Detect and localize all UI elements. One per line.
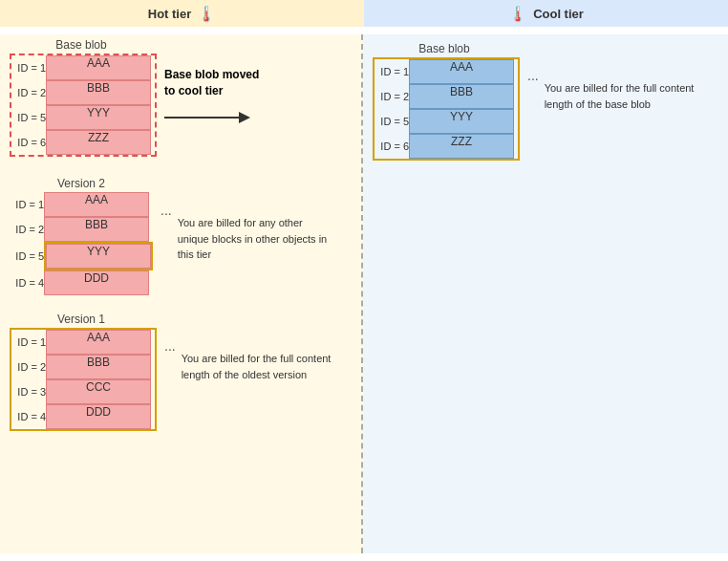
table-row: ID = 5 YYY: [375, 109, 518, 134]
version2-title: Version 2: [10, 177, 153, 190]
cool-tier-panel: Base blob ID = 1 AAA ID = 2 BBB: [363, 34, 728, 553]
svg-marker-1: [239, 112, 250, 123]
dots-v1: ···: [164, 341, 176, 356]
hot-tier-panel: Base blob ID = 1 AAA ID = 2 BBB: [0, 34, 363, 553]
move-arrow-section: Base blob moved to cool tier: [164, 38, 259, 131]
move-label: Base blob moved to cool tier: [164, 67, 259, 99]
hot-tier-label: Hot tier: [148, 7, 192, 21]
table-row: ID = 1 AAA: [11, 55, 155, 80]
cool-billing-text: You are billed for the full content leng…: [545, 71, 697, 112]
version1-blob: Version 1 ID = 1 AAA ID = 2 BBB: [10, 313, 157, 434]
cool-base-blob-title: Base blob: [373, 42, 516, 55]
cool-tier-label: Cool tier: [533, 7, 584, 21]
version1-billing-text: You are billed for the full content leng…: [182, 341, 334, 382]
hot-tier-header: Hot tier 🌡️: [0, 0, 364, 27]
dots-cool: ···: [527, 71, 539, 86]
cool-tier-header: 🌡️ Cool tier: [364, 0, 728, 27]
version2-billing-text: You are billed for any other unique bloc…: [178, 205, 331, 263]
table-row: ID = 1 AAA: [11, 330, 155, 355]
version1-section: Version 1 ID = 1 AAA ID = 2 BBB: [10, 313, 352, 434]
thermometer-icon: 🌡️: [508, 5, 527, 23]
hot-base-blob-section: Base blob ID = 1 AAA ID = 2 BBB: [10, 38, 352, 160]
arrow-right: [164, 107, 250, 131]
version1-title: Version 1: [10, 313, 153, 326]
hot-icon: 🌡️: [197, 5, 216, 23]
header-bar: Hot tier 🌡️ 🌡️ Cool tier: [0, 0, 728, 27]
table-row: ID = 6 ZZZ: [375, 134, 518, 159]
version2-blob: Version 2 ID = 1 AAA ID = 2 BBB ID = 5: [10, 177, 153, 295]
table-row: ID = 2 BBB: [375, 84, 518, 109]
hot-base-blob: Base blob ID = 1 AAA ID = 2 BBB: [10, 38, 157, 160]
table-row: ID = 4 DDD: [10, 270, 153, 295]
version2-section: Version 2 ID = 1 AAA ID = 2 BBB ID = 5: [10, 177, 352, 295]
table-row: ID = 6 ZZZ: [11, 130, 155, 155]
table-row: ID = 5 YYY: [11, 105, 155, 130]
table-row: ID = 2 BBB: [10, 217, 153, 242]
table-row: ID = 5 YYY: [10, 242, 153, 270]
hot-base-blob-border: ID = 1 AAA ID = 2 BBB ID = 5 YYY: [10, 54, 157, 157]
hot-base-blob-title: Base blob: [10, 38, 153, 52]
table-row: ID = 2 BBB: [11, 355, 155, 379]
cool-base-section: Base blob ID = 1 AAA ID = 2 BBB: [373, 38, 718, 163]
dots-v2: ···: [161, 205, 172, 221]
cool-base-blob: Base blob ID = 1 AAA ID = 2 BBB: [373, 42, 520, 163]
cool-base-blob-border: ID = 1 AAA ID = 2 BBB ID = 5 YYY: [373, 57, 520, 161]
table-row: ID = 4 DDD: [11, 404, 155, 429]
cool-billing-note: ··· You are billed for the full content …: [527, 42, 697, 112]
version1-billing-note: ··· You are billed for the full content …: [164, 313, 334, 382]
table-row: ID = 1 AAA: [375, 59, 518, 84]
table-row: ID = 1 AAA: [10, 192, 153, 217]
table-row: ID = 2 BBB: [11, 80, 155, 105]
table-row: ID = 3 CCC: [11, 379, 155, 404]
version2-billing-note: ··· You are billed for any other unique …: [161, 177, 331, 263]
version1-border: ID = 1 AAA ID = 2 BBB ID = 3 CCC: [10, 328, 157, 431]
main-content: Base blob ID = 1 AAA ID = 2 BBB: [0, 27, 728, 561]
